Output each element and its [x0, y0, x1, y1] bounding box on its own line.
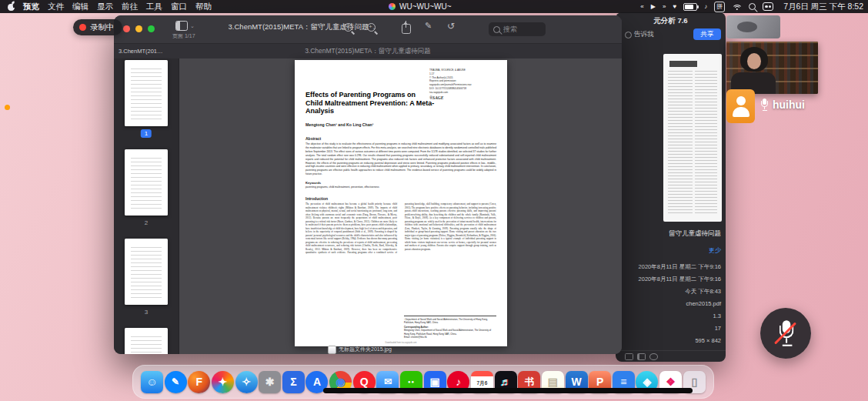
dock-safari-icon[interactable]: ✧ [235, 371, 258, 393]
show-less-link[interactable]: 更少 [709, 246, 721, 255]
spotlight-search-icon[interactable] [749, 3, 756, 10]
menu-bar-clock[interactable]: 7月6日 周三 下午 8:52 [783, 2, 863, 12]
dock-firefox-icon[interactable]: F [188, 371, 210, 393]
minimize-button[interactable] [135, 25, 142, 32]
finder-window-title: 元分析 7.6 [616, 16, 726, 26]
file-preview-thumbnail[interactable] [663, 54, 722, 222]
info-icon [625, 32, 632, 38]
abstract-heading: Abstract [305, 136, 496, 141]
menu-window[interactable]: 窗口 [171, 2, 187, 12]
video-tile-secondary[interactable] [726, 15, 780, 38]
file-title: 留守儿童虐待问题 [669, 229, 721, 239]
page-thumbnail-4[interactable] [125, 328, 168, 354]
share-button[interactable] [402, 22, 411, 34]
menu-go[interactable]: 前往 [122, 2, 138, 12]
share-button[interactable]: 共享 [693, 28, 721, 40]
tell-me-label: 告诉我 [634, 30, 654, 39]
pdf-page: TRAUMA, VIOLENCE, & ABUSE 1-17 © The Aut… [295, 60, 507, 346]
heart-icon[interactable]: ♥ [673, 3, 676, 10]
tell-me-button[interactable]: 告诉我 [625, 30, 654, 39]
mic-icon [760, 99, 768, 111]
dock-dictionary-icon[interactable]: Σ [282, 371, 305, 393]
input-method-icon[interactable]: 拼 [714, 2, 725, 12]
view-gallery-icon[interactable] [649, 353, 658, 360]
journal-info-block: TRAUMA, VIOLENCE, & ABUSE 1-17 © The Aut… [429, 69, 497, 101]
media-previous-icon[interactable]: « [640, 3, 643, 10]
dock-markup-icon[interactable]: ✎ [165, 371, 187, 393]
menu-bar-status: « ▶ » ♥ ♪ 拼 7月6日 周三 下午 8:52 [640, 0, 863, 13]
menu-help[interactable]: 帮助 [195, 2, 212, 12]
search-field[interactable] [489, 22, 546, 36]
abstract-text: The objective of this study is to evalua… [305, 142, 496, 176]
metadata-filename: chen2015.pdf [620, 300, 721, 307]
finder-statusbar [616, 350, 726, 362]
search-icon [493, 26, 500, 33]
sage-logo: ®SAGE [429, 95, 443, 100]
dock-finder-icon[interactable]: ☺ [141, 371, 163, 393]
control-center-icon[interactable] [763, 2, 773, 11]
dock-colorful-app-icon[interactable]: ✦ [212, 371, 234, 393]
recording-label: 录制中 [90, 22, 115, 33]
menu-edit[interactable]: 编辑 [72, 2, 88, 12]
document-header: 3.ChenMT(201… 3.ChenMT(2015)META：留守儿童虐待问… [114, 43, 622, 60]
document-title: 3.ChenMT(2015)META：留守儿童虐待问题 [305, 47, 431, 56]
file-chip[interactable]: 无标题文件夹2015.jpg [328, 345, 392, 354]
page-thumbnail-1[interactable] [125, 60, 168, 126]
media-next-icon[interactable]: » [663, 3, 666, 10]
file-icon [328, 346, 336, 354]
page-thumbnail-3[interactable] [125, 239, 168, 305]
metadata-date-created: 2020年8月11日 星期二 下午9:16 [620, 263, 721, 271]
keywords-heading: Keywords [305, 181, 496, 185]
wifi-icon[interactable] [732, 3, 742, 10]
view-list-icon[interactable] [625, 353, 633, 360]
rotate-button[interactable]: ↺ [447, 22, 455, 31]
person-icon-body [733, 107, 749, 117]
metadata-page-count: 17 [620, 325, 721, 332]
thumbnail-sidebar: 1 2 3 [114, 58, 179, 354]
maximize-button[interactable] [148, 25, 155, 32]
recording-dot-icon [79, 24, 86, 31]
sidebar-icon [175, 21, 188, 31]
now-playing-widget[interactable]: WU~WU~WU~ [389, 0, 452, 13]
participant-name: huihui [773, 99, 805, 111]
apple-menu[interactable] [8, 2, 15, 11]
introduction-heading: Introduction [305, 196, 496, 201]
preview-titlebar: ⌄ 页面 1/17 3.ChenMT(2015)META：留守儿童虐待问题 ⌄ … [114, 15, 622, 43]
metadata-version: 1.3 [620, 312, 721, 319]
journal-line: tva.sagepub.com [429, 91, 497, 95]
view-columns-icon[interactable] [637, 353, 646, 360]
markup-button[interactable]: ✎ [425, 22, 432, 30]
menu-view[interactable]: 显示 [97, 2, 113, 12]
metadata-last-opened: 今天 下午8:43 [620, 288, 721, 296]
email-text: Email: chenmt@hku.hk [404, 336, 496, 339]
zoom-in-button[interactable] [367, 23, 379, 35]
search-input[interactable] [503, 25, 536, 33]
screen-recording-indicator[interactable]: 录制中 [73, 19, 122, 35]
webcam-video[interactable] [726, 42, 818, 94]
page-number-2: 2 [145, 219, 148, 227]
mute-button[interactable] [760, 308, 811, 359]
menu-bar: 预览 文件 编辑 显示 前往 工具 窗口 帮助 WU~WU~WU~ « ▶ » … [0, 0, 868, 13]
file-chip-label: 无标题文件夹2015.jpg [339, 346, 392, 353]
page-thumbnail-2[interactable] [125, 149, 168, 216]
participant-name-row: huihui [760, 99, 805, 111]
participant-avatar-tile[interactable] [726, 89, 755, 123]
paper-title: Effects of Parenting Programs on Child M… [305, 91, 435, 115]
menu-app-preview[interactable]: 预览 [23, 2, 39, 12]
chevron-down-icon: ⌄ [190, 23, 195, 29]
zoom-out-button[interactable] [344, 23, 356, 35]
sidebar-document-label: 3.ChenMT(201… [119, 48, 163, 55]
menu-tools[interactable]: 工具 [146, 2, 162, 12]
dock-settings-icon[interactable]: ✱ [259, 371, 281, 393]
menu-file[interactable]: 文件 [48, 2, 64, 12]
metadata-date-modified: 2020年8月11日 星期二 下午9:16 [620, 276, 721, 283]
media-play-icon[interactable]: ▶ [651, 3, 656, 10]
now-playing-title: WU~WU~WU~ [399, 2, 452, 11]
sidebar-toggle-button[interactable]: ⌄ [175, 21, 195, 31]
person-face [747, 53, 761, 69]
apple-logo-icon [8, 2, 15, 11]
introduction-text: The prevention of child maltreatment has… [305, 202, 496, 318]
keywords-text: parenting programs, child maltreatment, … [305, 185, 496, 189]
volume-icon[interactable]: ♪ [704, 3, 707, 10]
close-button[interactable] [123, 25, 130, 32]
